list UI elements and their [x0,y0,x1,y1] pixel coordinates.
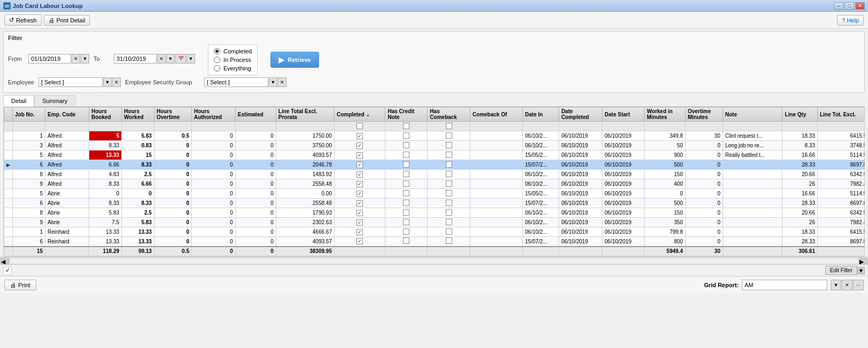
cell-datein: 15/07/2... [523,237,559,247]
radio-completed-circle[interactable] [214,48,220,54]
employee-clear[interactable]: ✕ [112,77,121,87]
maximize-button[interactable]: □ [844,2,854,10]
cell-completed: ✓ [334,179,385,189]
refresh-button[interactable]: ↺ Refresh [4,14,42,26]
col-lineqty[interactable]: Line Qty [782,107,818,122]
app-icon [3,2,11,10]
retrieve-button[interactable]: ▶ Retrieve [270,52,319,68]
edit-filter-button[interactable]: Edit Filter [825,266,857,275]
col-hoursot[interactable]: HoursOvertime [154,107,191,122]
col-datestart[interactable]: Date Start [602,107,645,122]
cell-linetotal: 1790.93 [276,208,334,218]
cell-comeback [428,179,470,189]
table-row[interactable]: 8 Abrie 5.83 2.5 0 0 0 1790.93 ✓ 06/10/2… [4,208,865,218]
col-hoursauth[interactable]: HoursAuthorized [191,107,235,122]
cell-jobno: 1 [13,131,45,141]
col-datecompleted[interactable]: DateCompleted [559,107,602,122]
table-row[interactable]: 5 Alfred 13.33 15 0 0 0 4093.57 ✓ 15/05/… [4,151,865,160]
col-comebackof[interactable]: Comeback Of [470,107,523,122]
to-date-dropdown[interactable]: ▼ [166,54,175,64]
col-hoursbooked[interactable]: HoursBooked [89,107,121,122]
grid-report-area: Grid Report: ▼ ✕ ··· [704,280,864,290]
col-jobno[interactable]: Job No. [13,107,45,122]
radio-in-process[interactable]: In Process [214,57,252,63]
col-creditnote[interactable]: Has CreditNote [385,107,428,122]
table-row[interactable]: 9 Abrie 7.5 5.83 0 0 0 2302.63 ✓ 06/10/2… [4,218,865,227]
cell-datein: 06/10/2... [523,208,559,218]
cell-hoursot: 0 [154,227,191,237]
table-row[interactable]: 9 Alfred 8.33 6.66 0 0 0 2558.48 ✓ 06/10… [4,179,865,189]
security-group-dropdown[interactable]: ▼ [269,77,277,87]
calendar-dropdown[interactable]: ▼ [187,54,195,64]
col-empcode[interactable]: Emp. Code [45,107,89,122]
horizontal-scrollbar[interactable]: ◀ ▶ [0,257,868,264]
table-row[interactable]: 5 Abrie 0 0 0 0 0 0.00 ✓ 15/05/2... 06/1… [4,189,865,199]
to-date-clear[interactable]: ✕ [157,54,166,64]
from-date-input[interactable] [28,54,71,64]
col-otmins[interactable]: OvertimeMinutes [685,107,723,122]
radio-inprocess-circle[interactable] [214,57,220,63]
filter-comeback-cb[interactable] [446,123,452,129]
cell-lineqty: 26 [782,218,818,227]
grid-report-clear[interactable]: ✕ [842,280,852,290]
grid-report-label: Grid Report: [704,282,739,288]
scroll-left[interactable]: ◀ [1,258,9,264]
table-row[interactable]: ▶ 6 Alfred 6.66 8.33 0 0 0 2046.78 ✓ 15/… [4,160,865,170]
col-note[interactable]: Note [723,107,782,122]
cell-otmins: 0 [685,141,723,151]
radio-completed[interactable]: Completed [214,48,252,54]
cell-comeback [428,218,470,227]
filter-creditnote-cb[interactable] [403,123,409,129]
table-row[interactable]: 6 Reinhard 13.33 13.33 0 0 0 4093.57 ✓ 1… [4,237,865,247]
help-button[interactable]: ? Help [837,15,864,26]
col-completed[interactable]: Completed ▲ [334,107,385,122]
radio-everything-circle[interactable] [214,65,220,72]
from-date-clear[interactable]: ✕ [72,54,80,64]
from-date-dropdown[interactable]: ▼ [81,54,89,64]
col-linetotexcl[interactable]: Line Tot. Excl. [817,107,864,122]
employee-dropdown[interactable]: ▼ [103,77,112,87]
col-estimated[interactable]: Estimated [235,107,276,122]
cell-hoursworked: 6.66 [122,179,154,189]
table-row[interactable]: 3 Alfred 8.33 0.83 0 0 0 3750.00 ✓ 06/10… [4,141,865,151]
tab-bar: Detail Summary [3,95,865,106]
cell-workedmins: 900 [645,151,685,160]
grid-report-input[interactable] [742,280,827,290]
cell-datestart: 06/10/2019 [602,160,645,170]
col-hoursworked[interactable]: HoursWorked [122,107,154,122]
cell-linetotexcl: 6415.50 [817,131,864,141]
grid-report-more[interactable]: ··· [853,280,864,290]
scroll-right[interactable]: ▶ [859,258,867,264]
calendar-btn[interactable]: 📅 [175,54,186,64]
col-hascomeback[interactable]: HasComeback [428,107,470,122]
security-group-input[interactable] [204,77,268,87]
filter-dropdown-btn[interactable]: ▼ [857,267,865,274]
retrieve-icon: ▶ [278,56,284,64]
radio-everything[interactable]: Everything [214,65,252,72]
cell-hoursworked: 0 [122,189,154,199]
minimize-button[interactable]: ─ [834,2,843,10]
cell-datecompleted: 06/10/2019 [559,141,602,151]
filter-completed-cb[interactable] [356,123,363,129]
security-group-clear[interactable]: ✕ [278,77,286,87]
cell-completed: ✓ [334,160,385,170]
print-detail-button[interactable]: 🖨 Print Detail [44,15,90,26]
cell-datecompleted: 06/10/2019 [559,227,602,237]
table-row[interactable]: 6 Abrie 8.33 8.33 0 0 0 2558.48 ✓ 15/07/… [4,199,865,208]
tab-summary[interactable]: Summary [34,95,75,106]
col-datein[interactable]: Date In [523,107,559,122]
close-button[interactable]: ✕ [855,2,865,10]
table-row[interactable]: 1 Alfred 5 5.83 0.5 0 0 1750.00 ✓ 06/10/… [4,131,865,141]
print-button[interactable]: 🖨 Print [4,280,36,290]
from-label: From [8,56,24,62]
grid-report-dropdown[interactable]: ▼ [831,280,841,290]
table-row[interactable]: 8 Alfred 4.83 2.5 0 0 0 1483.92 ✓ 06/10/… [4,170,865,179]
employee-input[interactable] [38,77,103,87]
tab-detail[interactable]: Detail [3,95,34,107]
col-workedmins[interactable]: Worked inMinutes [645,107,685,122]
table-row[interactable]: 1 Reinhard 13.33 13.33 0 0 0 4666.67 ✓ 0… [4,227,865,237]
to-date-input[interactable] [114,54,157,64]
cell-datecompleted: 06/10/2019 [559,218,602,227]
col-linetotal[interactable]: Line Total Excl.Prorata [276,107,334,122]
grid-scroll[interactable]: Job No. Emp. Code HoursBooked HoursWorke… [4,107,864,256]
